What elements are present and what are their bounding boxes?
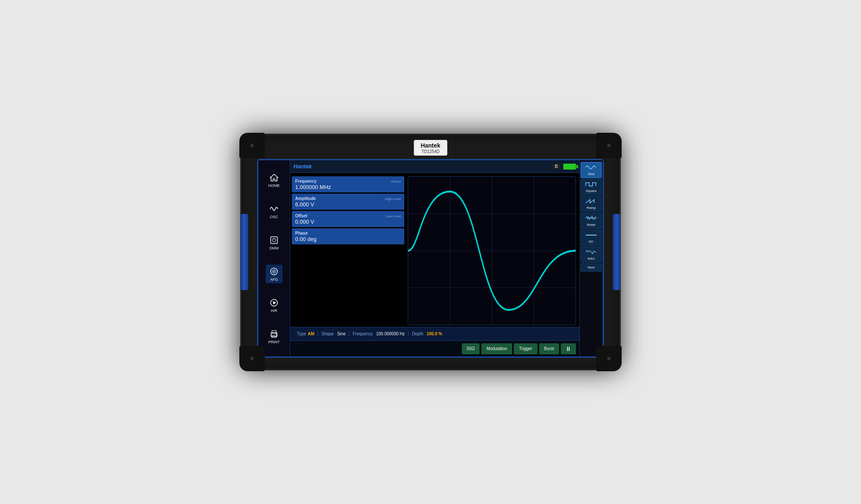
frequency-value: 1.000000 MHz: [295, 184, 401, 190]
mod-type-value: AM: [308, 331, 315, 336]
header-indicator: B: [553, 164, 560, 169]
main-screen: Hantek B Frequency Period 1.000000 MHz: [290, 160, 579, 356]
home-label: HOME: [269, 184, 280, 188]
corner-tl: [239, 133, 265, 158]
hr-icon: [268, 298, 280, 308]
phase-value: 0.00 deg: [295, 236, 401, 242]
wave-btn-next[interactable]: Next: [581, 263, 602, 271]
offset-value: 0.000 V: [295, 219, 401, 225]
print-label: PRINT: [269, 340, 280, 344]
model-name: TO1254D: [421, 149, 441, 154]
nav-sidebar: HOME OSC: [258, 160, 290, 356]
osc-icon: [268, 204, 280, 214]
mod-freq-value: 100.000000 Hz: [376, 331, 405, 336]
sidebar-item-osc[interactable]: OSC: [266, 202, 282, 221]
side-grip-left: [241, 214, 248, 290]
svg-point-13: [276, 334, 277, 334]
hr-label: H/R: [271, 309, 277, 313]
svg-marker-0: [270, 174, 278, 181]
waveform-panel: [408, 176, 576, 325]
corner-tr: [596, 133, 622, 158]
arb1-wave-icon: [585, 249, 598, 256]
mod-depth-value: 100.0 %: [427, 331, 442, 336]
offset-sublabel: Low Level: [386, 214, 401, 218]
corner-bl: [239, 346, 265, 371]
sidebar-item-afg[interactable]: AFG: [266, 265, 282, 283]
burst-button[interactable]: Burst: [539, 343, 559, 354]
mod-depth-section: Depth 100.0 %: [409, 331, 445, 336]
wave-btn-dc[interactable]: DC: [581, 230, 602, 246]
sine-wave-icon: [585, 164, 598, 172]
header-bar: Hantek B: [290, 160, 579, 173]
param-phase[interactable]: Phase 0.00 deg: [292, 228, 404, 244]
right-panel: Sine Square Ramp: [579, 160, 603, 356]
bottom-buttons: 50Ω Modulation Trigger Burst ⏸: [290, 340, 579, 356]
noise-wave-icon: [585, 215, 598, 222]
mod-depth-label: Depth: [412, 331, 423, 336]
header-logo: Hantek: [293, 163, 312, 170]
sidebar-item-hr[interactable]: H/R: [266, 296, 282, 315]
offset-label: Offset: [295, 214, 307, 218]
side-grip-right: [613, 214, 620, 290]
arb1-label: Arb1: [588, 257, 595, 260]
wave-btn-noise[interactable]: Noise: [581, 213, 602, 229]
pause-button[interactable]: ⏸: [561, 343, 576, 354]
mod-freq-section: Frequency 100.000000 Hz: [349, 331, 409, 336]
mod-freq-label: Frequency: [353, 331, 373, 336]
osc-label: OSC: [270, 215, 278, 219]
dmm-icon: [268, 235, 280, 245]
wave-btn-arb1[interactable]: Arb1: [581, 247, 602, 263]
battery-icon: [563, 164, 576, 170]
noise-label: Noise: [587, 223, 595, 227]
dmm-label: DMM: [269, 246, 279, 250]
ramp-label: Ramp: [587, 206, 595, 210]
svg-rect-2: [271, 237, 277, 244]
amplitude-label: Amplitude: [295, 196, 316, 201]
square-wave-icon: [585, 181, 598, 189]
sine-label: Sine: [588, 172, 595, 176]
square-label: Square: [586, 189, 597, 193]
print-icon: [268, 329, 280, 339]
afg-icon: [268, 266, 280, 277]
sidebar-item-home[interactable]: HOME: [266, 171, 282, 189]
mod-type-section: Type AM: [293, 331, 318, 336]
corner-br: [596, 346, 622, 371]
modulation-button[interactable]: Modulation: [481, 343, 512, 354]
frequency-label: Frequency: [295, 179, 317, 184]
mod-shape-section: Shape Sine: [318, 331, 349, 336]
param-frequency[interactable]: Frequency Period 1.000000 MHz: [292, 176, 404, 192]
waveform-svg: [408, 177, 576, 325]
mod-shape-label: Shape: [321, 331, 334, 336]
afg-label: AFG: [270, 277, 278, 282]
wave-btn-sine[interactable]: Sine: [581, 162, 602, 178]
dc-wave-icon: [585, 232, 598, 239]
amplitude-value: 6.000 V: [295, 201, 401, 208]
wave-btn-ramp[interactable]: Ramp: [581, 196, 602, 212]
home-icon: [268, 173, 280, 183]
phase-label: Phase: [295, 231, 401, 236]
brand-label: Hantek TO1254D: [414, 140, 447, 156]
svg-marker-9: [273, 301, 276, 304]
svg-point-7: [274, 271, 275, 272]
modulation-bar: Type AM Shape Sine Frequency 100.000000 …: [290, 327, 579, 340]
sidebar-item-print[interactable]: PRINT: [266, 327, 282, 346]
content-body: Frequency Period 1.000000 MHz Amplitude …: [290, 173, 579, 327]
amplitude-sublabel: High Level: [385, 197, 401, 201]
params-panel: Frequency Period 1.000000 MHz Amplitude …: [292, 175, 406, 325]
screen-area: HOME OSC: [257, 159, 604, 358]
device-body: Hantek TO1254D HOME: [240, 134, 621, 370]
mod-shape-value: Sine: [337, 331, 345, 336]
mod-type-label: Type: [297, 331, 306, 336]
brand-name: Hantek: [421, 142, 441, 149]
param-offset[interactable]: Offset Low Level 0.000 V: [292, 211, 404, 227]
ramp-wave-icon: [585, 198, 598, 205]
trigger-button[interactable]: Trigger: [514, 343, 537, 354]
wave-btn-square[interactable]: Square: [581, 179, 602, 195]
frequency-sublabel: Period: [391, 180, 401, 184]
impedance-button[interactable]: 50Ω: [462, 343, 480, 354]
sidebar-item-dmm[interactable]: DMM: [266, 233, 282, 252]
next-label: Next: [588, 266, 595, 269]
param-amplitude[interactable]: Amplitude High Level 6.000 V: [292, 194, 404, 210]
dc-label: DC: [589, 240, 594, 244]
